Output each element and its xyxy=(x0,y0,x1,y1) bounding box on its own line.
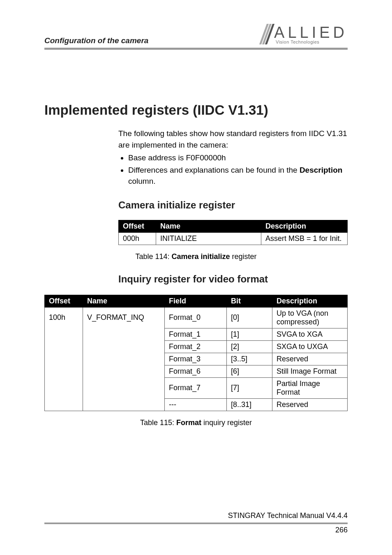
table-header-row: Offset Name Description xyxy=(119,220,348,232)
footer-doc-title: STINGRAY Technical Manual V4.4.4 xyxy=(44,511,348,520)
table-row: Format_6 [6] Still Image Format xyxy=(45,365,348,377)
table-row: Format_7 [7] Partial Image Format xyxy=(45,377,348,398)
table-row: Format_2 [2] SXGA to UXGA xyxy=(45,340,348,353)
brand-logo: ALLIED Vision Technologies xyxy=(263,24,348,45)
format-inquiry-table: Offset Name Field Bit Description 100h V… xyxy=(44,295,348,411)
header-section-title: Configuration of the camera xyxy=(44,36,148,45)
footer-divider xyxy=(44,523,348,524)
col-bit: Bit xyxy=(227,295,272,307)
camera-initialize-table: Offset Name Description 000h INITIALIZE … xyxy=(118,220,348,245)
subheading-camera-initialize: Camera initialize register xyxy=(118,199,348,211)
intro-paragraph: The following tables show how standard r… xyxy=(118,128,348,150)
table-row: Format_1 [1] SVGA to XGA xyxy=(45,328,348,340)
table-caption-115: Table 115: Format inquiry register xyxy=(44,419,348,427)
table-row: 000h INITIALIZE Assert MSB = 1 for Init. xyxy=(119,232,348,245)
logo-slashes-icon xyxy=(263,24,272,45)
col-offset: Offset xyxy=(119,220,156,232)
table-row: 100h V_FORMAT_INQ Format_0 [0] Up to VGA… xyxy=(45,307,348,328)
intro-bullet-1: Base address is F0F00000h xyxy=(128,152,348,164)
page-header: Configuration of the camera ALLIED Visio… xyxy=(44,0,348,45)
subheading-inquiry-register: Inquiry register for video format xyxy=(118,273,348,285)
intro-bullet-2: Differences and explanations can be foun… xyxy=(128,164,348,187)
col-name: Name xyxy=(83,295,165,307)
page-footer: STINGRAY Technical Manual V4.4.4 266 xyxy=(44,511,348,534)
logo-main-text: ALLIED xyxy=(274,25,348,40)
table-row: --- [8..31] Reserved xyxy=(45,398,348,411)
page-number: 266 xyxy=(44,526,348,534)
col-field: Field xyxy=(165,295,227,307)
intro-body: The following tables show how standard r… xyxy=(118,128,348,187)
header-divider xyxy=(44,48,348,50)
col-name: Name xyxy=(156,220,261,232)
col-description: Description xyxy=(261,220,348,232)
page-heading: Implemented registers (IIDC V1.31) xyxy=(44,102,348,118)
col-offset: Offset xyxy=(45,295,83,307)
table-header-row: Offset Name Field Bit Description xyxy=(45,295,348,307)
col-description: Description xyxy=(272,295,348,307)
table-caption-114: Table 114: Camera initialize register xyxy=(44,252,348,261)
table-row: Format_3 [3..5] Reserved xyxy=(45,353,348,365)
